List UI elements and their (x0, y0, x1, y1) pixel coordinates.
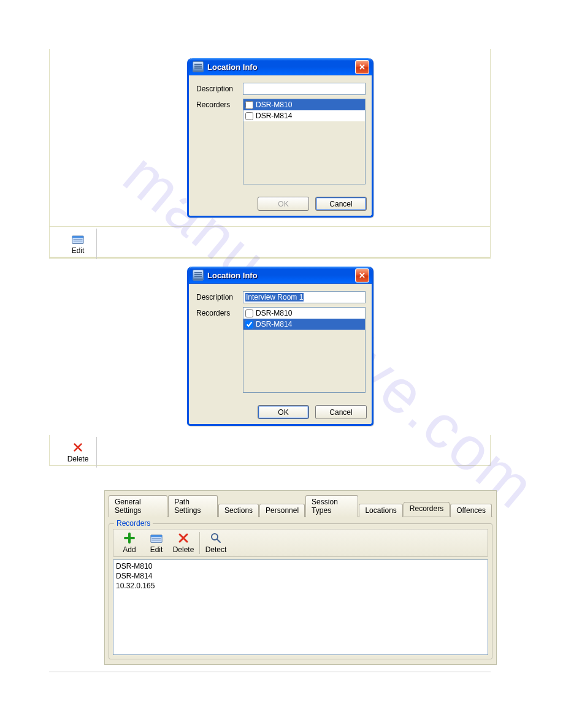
close-icon[interactable]: ✕ (355, 60, 369, 74)
svg-rect-1 (72, 236, 83, 238)
dialog-icon (193, 270, 204, 281)
list-item[interactable]: DSR-M810 (116, 561, 485, 571)
list-item[interactable]: DSR-M810 (243, 99, 365, 110)
close-icon[interactable]: ✕ (355, 268, 369, 282)
listbox-empty-area (243, 330, 365, 392)
list-item[interactable]: 10.32.0.165 (116, 581, 485, 591)
delete-icon (177, 532, 190, 544)
tab-path-settings[interactable]: Path Settings (168, 495, 218, 517)
titlebar[interactable]: Location Info ✕ (189, 267, 372, 284)
search-icon (210, 532, 222, 544)
description-label: Description (196, 83, 243, 93)
tab-general-settings[interactable]: General Settings (109, 495, 167, 517)
add-button[interactable]: Add (116, 531, 143, 555)
recorder-checkbox[interactable] (245, 101, 253, 109)
titlebar[interactable]: Location Info ✕ (189, 58, 372, 75)
listbox-empty-area (243, 121, 365, 184)
recorder-checkbox[interactable] (245, 320, 253, 328)
location-info-dialog-2: Location Info ✕ Description Interview Ro… (187, 267, 373, 426)
description-label: Description (196, 291, 243, 301)
recorder-name: DSR-M810 (256, 309, 292, 317)
edit-label: Edit (72, 246, 85, 255)
detect-button[interactable]: Detect (202, 531, 229, 555)
ok-button[interactable]: OK (258, 405, 309, 419)
recorders-label: Recorders (196, 99, 243, 109)
location-info-dialog-1: Location Info ✕ Description Recorders DS… (187, 58, 373, 218)
dialog-icon (193, 61, 204, 72)
dialog-title: Location Info (207, 271, 355, 280)
edit-icon (72, 233, 84, 245)
description-input[interactable] (243, 83, 366, 95)
toolbar-separator (199, 532, 200, 554)
cancel-button[interactable]: Cancel (315, 197, 367, 211)
tab-personnel[interactable]: Personnel (259, 504, 305, 517)
tab-locations[interactable]: Locations (359, 504, 402, 517)
delete-label: Delete (67, 455, 89, 463)
edit-button[interactable]: Edit (143, 531, 170, 555)
recorder-checkbox[interactable] (245, 112, 253, 120)
svg-rect-7 (151, 535, 162, 537)
edit-toolbar-cell[interactable]: Edit (59, 229, 97, 259)
settings-panel: General Settings Path Settings Sections … (104, 490, 497, 665)
recorders-list[interactable]: DSR-M810 DSR-M814 10.32.0.165 (113, 559, 488, 655)
recorders-label: Recorders (196, 307, 243, 317)
recorder-name: DSR-M810 (256, 100, 292, 109)
list-item[interactable]: DSR-M814 (116, 571, 485, 581)
recorders-listbox[interactable]: DSR-M810 DSR-M814 (243, 99, 366, 184)
description-input[interactable]: Interview Room 1 (243, 291, 366, 303)
tab-recorders[interactable]: Recorders (404, 502, 450, 517)
list-item[interactable]: DSR-M814 (243, 110, 365, 121)
tab-offences[interactable]: Offences (450, 504, 492, 517)
recorders-group: Recorders Add Edit Delete Detect DSR-M81… (109, 523, 492, 659)
list-item[interactable]: DSR-M810 (243, 308, 365, 319)
delete-button[interactable]: Delete (170, 531, 197, 555)
recorder-name: DSR-M814 (256, 112, 292, 120)
tab-sections[interactable]: Sections (218, 504, 259, 517)
cancel-button[interactable]: Cancel (315, 405, 367, 419)
recorders-listbox[interactable]: DSR-M810 DSR-M814 (243, 307, 366, 393)
recorders-toolbar: Add Edit Delete Detect (113, 529, 488, 557)
delete-toolbar-cell[interactable]: Delete (59, 437, 97, 468)
list-item[interactable]: DSR-M814 (243, 319, 365, 330)
recorder-checkbox[interactable] (245, 309, 253, 317)
tab-bar: General Settings Path Settings Sections … (105, 491, 496, 517)
tab-session-types[interactable]: Session Types (305, 495, 358, 517)
edit-icon (150, 532, 163, 544)
delete-icon (72, 442, 84, 453)
plus-icon (123, 532, 136, 544)
dialog-title: Location Info (207, 63, 355, 72)
group-title: Recorders (114, 519, 153, 528)
recorder-name: DSR-M814 (256, 320, 292, 328)
ok-button[interactable]: OK (258, 197, 309, 211)
svg-line-13 (217, 539, 220, 542)
